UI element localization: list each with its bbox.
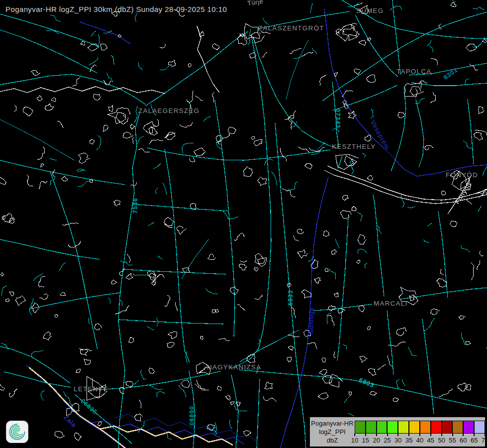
dbz-tick-label: 15 xyxy=(362,437,369,444)
dbz-tick-label: 45 xyxy=(427,437,434,444)
dbz-tick-label: 50 xyxy=(438,437,445,444)
legend-panel: Poganyvar-HR logZ_PPI dbZ 10152025303540… xyxy=(309,416,486,448)
dbz-tick xyxy=(474,434,475,436)
dbz-tick xyxy=(408,434,409,436)
city-label: NAGYKANIZSA xyxy=(207,363,261,371)
dbz-cell xyxy=(409,421,420,434)
dbz-cell xyxy=(463,421,474,434)
dbz-tick xyxy=(397,434,398,436)
legend-unit-label: dbZ xyxy=(310,436,355,445)
railway-lines xyxy=(0,26,487,214)
dbz-tick-label: 10 xyxy=(351,437,358,444)
city-label: KESZTHELY xyxy=(332,143,376,150)
legend-product-name: logZ_PPI xyxy=(310,428,355,436)
dbz-tick xyxy=(452,434,453,436)
map-line-network xyxy=(0,0,487,448)
dbz-tick-label: 60 xyxy=(460,437,467,444)
minor-road-twigs xyxy=(1,0,487,440)
radar-spiral-icon xyxy=(7,422,27,442)
city-label: FONYÓD xyxy=(446,171,478,179)
dbz-cell xyxy=(452,421,463,434)
dbz-cell xyxy=(474,421,485,434)
dbz-tick xyxy=(387,434,388,436)
radar-map-viewport: TürjeSÜMEGZALASZENTGRÓTTAPOLCAZALAEGERSZ… xyxy=(0,0,487,448)
road-number-label: 5831 xyxy=(287,290,294,306)
dbz-tick-label: 35 xyxy=(405,437,412,444)
city-label: TAPOLCA xyxy=(396,68,431,75)
city-label: LETENYE xyxy=(74,385,108,393)
dbz-tick-label: 30 xyxy=(394,437,401,444)
dbz-tick-label: 65 xyxy=(471,437,478,444)
dbz-tick xyxy=(419,434,420,436)
radar-spiral-logo xyxy=(6,421,28,443)
dbz-tick xyxy=(441,434,442,436)
dbz-tick xyxy=(354,434,355,436)
dbz-tick xyxy=(485,434,486,436)
radar-product-title: Poganyvar-HR logZ_PPI 30km (dbZ) Sunday … xyxy=(5,5,227,13)
legend-radar-name: Poganyvar-HR xyxy=(310,419,355,428)
dbz-tick-label: 20 xyxy=(373,437,380,444)
dbz-cell xyxy=(431,421,442,434)
dbz-cell xyxy=(398,421,409,434)
dbz-tick xyxy=(365,434,366,436)
road-number-label: 07343 xyxy=(334,109,341,128)
dbz-color-cells xyxy=(355,421,485,434)
dbz-cell xyxy=(420,421,431,434)
dbz-cell xyxy=(442,421,453,434)
dbz-tick-label: 40 xyxy=(416,437,423,444)
dbz-tick-label: 70 xyxy=(482,437,486,444)
city-label: SÜMEG xyxy=(356,7,384,14)
city-label: ZALAEGERSZEG xyxy=(138,107,199,114)
dbz-cell xyxy=(377,421,388,434)
dbz-cell xyxy=(387,421,398,434)
dbz-tick xyxy=(430,434,431,436)
road-network xyxy=(0,0,487,448)
road-number-label: 06890 xyxy=(188,406,195,426)
dbz-cell xyxy=(355,421,366,434)
dbz-tick xyxy=(376,434,377,436)
legend-text-block: Poganyvar-HR logZ_PPI dbZ xyxy=(310,419,355,445)
dbz-tick xyxy=(463,434,464,436)
dbz-tick-label: 55 xyxy=(449,437,456,444)
road-number-label: 7536 xyxy=(132,198,139,214)
region-label: Somogy xyxy=(307,307,315,334)
dbz-color-scale: 10152025303540455055606570 xyxy=(355,421,485,447)
city-label: MARCALI xyxy=(374,300,407,307)
dbz-tick-label: 25 xyxy=(384,437,390,444)
dbz-cell xyxy=(366,421,377,434)
city-label: ZALASZENTGRÓT xyxy=(258,24,324,32)
